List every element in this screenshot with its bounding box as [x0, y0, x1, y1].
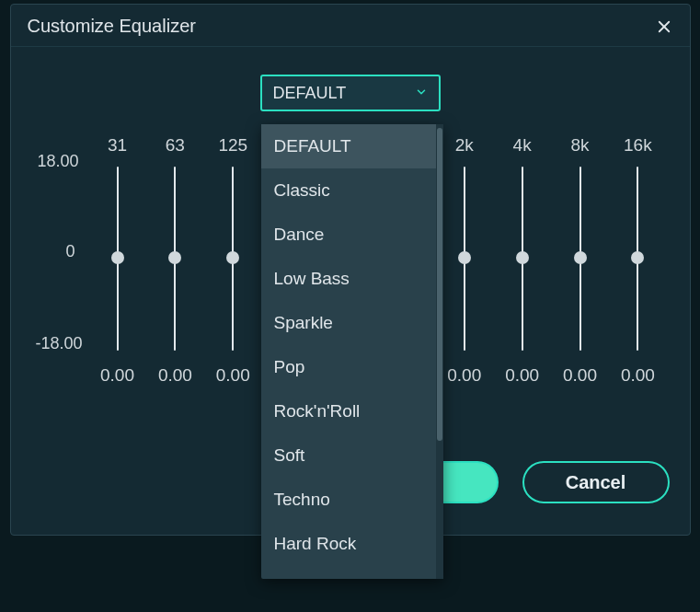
scale-max: 18.00	[37, 152, 78, 171]
gain-scale: 18.00 0 -18.00	[28, 135, 83, 402]
preset-option[interactable]: Sparkle	[261, 301, 436, 345]
chevron-down-icon	[415, 84, 428, 103]
freq-label: 125	[218, 135, 247, 161]
slider-thumb[interactable]	[458, 251, 471, 264]
slider-thumb[interactable]	[226, 251, 239, 264]
slider-thumb[interactable]	[631, 251, 644, 264]
preset-option[interactable]: Soft	[261, 433, 436, 478]
preset-option[interactable]: Classic	[261, 168, 436, 213]
preset-dropdown-list: DEFAULT Classic Dance Low Bass Sparkle P…	[261, 124, 436, 579]
band-2k: 2k0.00	[437, 135, 492, 402]
slider-track[interactable]	[637, 167, 638, 351]
freq-label: 4k	[513, 135, 532, 161]
band-8k: 8k0.00	[553, 135, 608, 402]
dropdown-scrollbar[interactable]	[436, 124, 443, 579]
slider-track[interactable]	[117, 167, 119, 351]
band-125: 1250.00	[205, 135, 260, 402]
freq-label: 8k	[570, 135, 589, 161]
dialog-title: Customize Equalizer	[28, 16, 196, 37]
gain-value: 0.00	[621, 365, 655, 386]
preset-option[interactable]: Dance	[261, 213, 436, 257]
preset-select[interactable]: DEFAULT	[260, 75, 441, 111]
preset-option[interactable]: Pop	[261, 345, 436, 389]
slider-track[interactable]	[232, 167, 234, 351]
preset-option[interactable]: Techno	[261, 478, 436, 522]
preset-selected-label: DEFAULT	[273, 84, 347, 103]
equalizer-dialog: Customize Equalizer DEFAULT 18.00 0 -18.…	[10, 4, 691, 536]
close-icon[interactable]	[655, 17, 673, 36]
slider-track[interactable]	[174, 167, 176, 351]
preset-option[interactable]: Low Bass	[261, 257, 436, 301]
gain-value: 0.00	[216, 365, 250, 386]
scale-min: -18.00	[35, 334, 82, 353]
gain-value: 0.00	[563, 365, 597, 386]
slider-track[interactable]	[464, 167, 465, 351]
freq-label: 31	[108, 135, 127, 161]
cancel-button[interactable]: Cancel	[522, 461, 670, 503]
slider-track[interactable]	[522, 167, 523, 351]
preset-option[interactable]: DEFAULT	[261, 124, 436, 168]
band-31: 310.00	[90, 135, 145, 402]
preset-option[interactable]: Hard Rock	[261, 522, 436, 566]
title-bar: Customize Equalizer	[11, 5, 690, 47]
freq-label: 63	[166, 135, 185, 161]
freq-label: 16k	[624, 135, 652, 161]
band-4k: 4k0.00	[495, 135, 550, 402]
band-63: 630.00	[147, 135, 202, 402]
freq-label: 2k	[455, 135, 474, 161]
slider-thumb[interactable]	[111, 251, 124, 264]
gain-value: 0.00	[158, 365, 192, 386]
preset-option[interactable]: Rock'n'Roll	[261, 389, 436, 433]
slider-thumb[interactable]	[168, 251, 181, 264]
gain-value: 0.00	[447, 365, 481, 386]
scale-mid: 0	[65, 242, 75, 261]
gain-value: 0.00	[100, 365, 134, 386]
band-16k: 16k0.00	[610, 135, 665, 402]
gain-value: 0.00	[505, 365, 539, 386]
slider-thumb[interactable]	[516, 251, 529, 264]
scrollbar-thumb[interactable]	[437, 128, 442, 441]
slider-track[interactable]	[580, 167, 581, 351]
slider-thumb[interactable]	[574, 251, 587, 264]
preset-dropdown[interactable]: DEFAULT Classic Dance Low Bass Sparkle P…	[261, 124, 443, 579]
